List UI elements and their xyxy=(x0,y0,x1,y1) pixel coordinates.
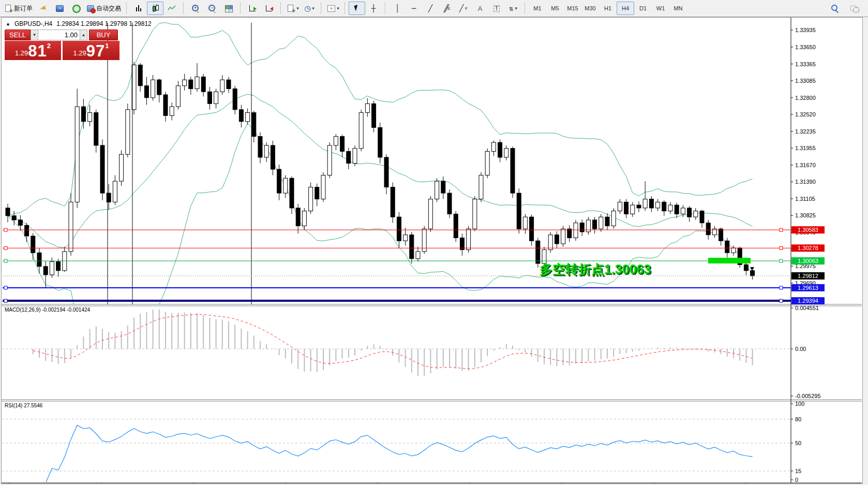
chart-symbol-period: GBPUSD-,H4 xyxy=(14,20,52,27)
sell-button[interactable]: SELL xyxy=(5,30,31,40)
terminal-icon: ~ xyxy=(55,4,64,12)
one-click-trading-panel: SELL ▼ ▲ BUY 1.29812 1.29971 xyxy=(5,30,119,60)
tile-windows-button[interactable] xyxy=(220,2,237,15)
buy-button[interactable]: BUY xyxy=(89,30,118,40)
tile-windows-icon xyxy=(225,4,233,12)
text-button[interactable]: A xyxy=(472,2,488,15)
text-label-icon: T xyxy=(493,5,500,12)
toolbar-separator xyxy=(321,3,322,14)
horizontal-line-icon: ─ xyxy=(412,5,416,12)
zoom-in-button[interactable]: + xyxy=(187,2,204,15)
new-chart-button[interactable]: +▾ xyxy=(285,2,301,15)
horizontal-line-button[interactable]: ─ xyxy=(406,2,422,15)
mt4-application: + 新订单 ~ 自动交易 + − +▾ ◷▾ ≈▾ ┼ │ ─ ╱ ╱╱E xyxy=(0,0,868,485)
community-button[interactable] xyxy=(846,2,863,15)
search-button[interactable] xyxy=(827,2,843,15)
timeframe-button-M30[interactable]: M30 xyxy=(581,2,599,15)
candlestick-icon xyxy=(151,4,159,12)
auto-scroll-button[interactable] xyxy=(244,2,261,15)
timeframe-button-H4[interactable]: H4 xyxy=(617,2,634,15)
equidistant-channel-icon: ╱╱ xyxy=(443,5,446,12)
channel-button[interactable]: ╱╱E xyxy=(439,2,455,15)
chart-window: 1.339351.336501.333651.330851.328001.325… xyxy=(1,17,863,484)
timeframe-button-H1[interactable]: H1 xyxy=(599,2,617,15)
arrows-button[interactable]: ⇅▾ xyxy=(505,2,521,15)
volume-input[interactable] xyxy=(38,30,80,40)
timeframe-button-MN[interactable]: MN xyxy=(669,2,687,15)
sell-quote: 1.29812 xyxy=(5,41,61,60)
timeframe-button-D1[interactable]: D1 xyxy=(634,2,652,15)
volume-decrease-button[interactable]: ▼ xyxy=(31,30,38,40)
candlestick-chart-button[interactable] xyxy=(147,2,163,15)
chevron-down-icon: ▾ xyxy=(312,6,315,11)
crosshair-icon: ┼ xyxy=(371,5,376,12)
sell-price-pipette: 2 xyxy=(47,42,51,49)
timeframe-button-W1[interactable]: W1 xyxy=(652,2,669,15)
chevron-down-icon: ▾ xyxy=(515,6,517,11)
indicators-icon: ≈ xyxy=(327,4,335,12)
chevron-down-icon: ▾ xyxy=(337,6,339,11)
bar-chart-icon xyxy=(134,4,143,12)
macd-indicator-label: MACD(12,26,9) -0.002194 -0.001424 xyxy=(5,307,90,313)
chart-shift-icon xyxy=(265,4,273,12)
pivot-highlight-bar xyxy=(708,258,751,263)
new-chart-icon: + xyxy=(287,4,295,12)
fibonacci-icon: ╱ xyxy=(459,5,463,12)
signals-button[interactable] xyxy=(68,2,84,15)
fibonacci-button[interactable]: ╱F xyxy=(455,2,472,15)
toolbar-separator xyxy=(345,3,346,14)
timeframe-button-M5[interactable]: M5 xyxy=(546,2,564,15)
toolbar: + 新订单 ~ 自动交易 + − +▾ ◷▾ ≈▾ ┼ │ ─ ╱ ╱╱E xyxy=(0,0,868,17)
globe-icon xyxy=(72,4,80,12)
price-axis[interactable] xyxy=(791,18,863,484)
text-label-button[interactable]: T xyxy=(488,2,505,15)
line-chart-button[interactable] xyxy=(163,2,180,15)
timeframe-button-M1[interactable]: M1 xyxy=(529,2,546,15)
crosshair-button[interactable]: ┼ xyxy=(365,2,382,15)
chevron-down-icon: ▾ xyxy=(296,6,299,11)
cursor-button[interactable] xyxy=(349,2,365,15)
toolbar-separator xyxy=(183,3,184,14)
toolbar-separator xyxy=(240,3,241,14)
toolbar-separator xyxy=(280,3,281,14)
new-order-button[interactable]: + 新订单 xyxy=(2,2,35,15)
trendline-icon: ╱ xyxy=(428,5,432,12)
arrows-icon: ⇅ xyxy=(509,5,513,12)
profiles-button[interactable]: ◷▾ xyxy=(301,2,318,15)
cursor-icon xyxy=(353,4,361,12)
autotrading-icon xyxy=(86,4,95,12)
autotrading-button[interactable]: 自动交易 xyxy=(84,2,123,15)
line-chart-icon xyxy=(168,4,176,12)
pivot-annotation-text: 多空转折点1.30063 xyxy=(540,261,651,278)
new-order-icon: + xyxy=(4,4,12,12)
bar-chart-button[interactable] xyxy=(130,2,147,15)
buy-price-pipette: 1 xyxy=(105,42,109,49)
rsi-indicator-label: RSI(14) 27.5546 xyxy=(5,403,42,408)
chart-shift-button[interactable] xyxy=(261,2,277,15)
indicators-button[interactable]: ≈▾ xyxy=(325,2,341,15)
chart-area[interactable] xyxy=(2,18,791,484)
trendline-button[interactable]: ╱ xyxy=(422,2,439,15)
auto-scroll-icon xyxy=(248,4,257,12)
megaphone-icon xyxy=(39,4,47,12)
new-order-label: 新订单 xyxy=(14,4,33,13)
collapse-panel-arrow[interactable]: ▲ xyxy=(6,21,10,26)
volume-increase-button[interactable]: ▲ xyxy=(80,30,87,40)
sell-price-prefix: 1.29 xyxy=(15,48,28,59)
terminal-button[interactable]: ~ xyxy=(51,2,68,15)
buy-price-main: 97 xyxy=(86,43,105,59)
sell-price-main: 81 xyxy=(28,43,47,59)
timeframe-button-M15[interactable]: M15 xyxy=(564,2,581,15)
toolbar-separator xyxy=(525,3,526,14)
zoom-in-icon: + xyxy=(191,4,200,12)
chart-ohlc-values: 1.29834 1.29894 1.29798 1.29812 xyxy=(56,20,152,27)
vertical-line-icon: │ xyxy=(395,5,399,12)
toolbar-separator xyxy=(385,3,386,14)
vertical-line-button[interactable]: │ xyxy=(389,2,406,15)
zoom-out-icon: − xyxy=(208,4,216,12)
autotrading-label: 自动交易 xyxy=(96,4,121,13)
zoom-out-button[interactable]: − xyxy=(204,2,220,15)
buy-price-prefix: 1.29 xyxy=(73,48,86,59)
metaeditor-button[interactable] xyxy=(35,2,51,15)
chat-bubbles-icon xyxy=(850,4,859,12)
